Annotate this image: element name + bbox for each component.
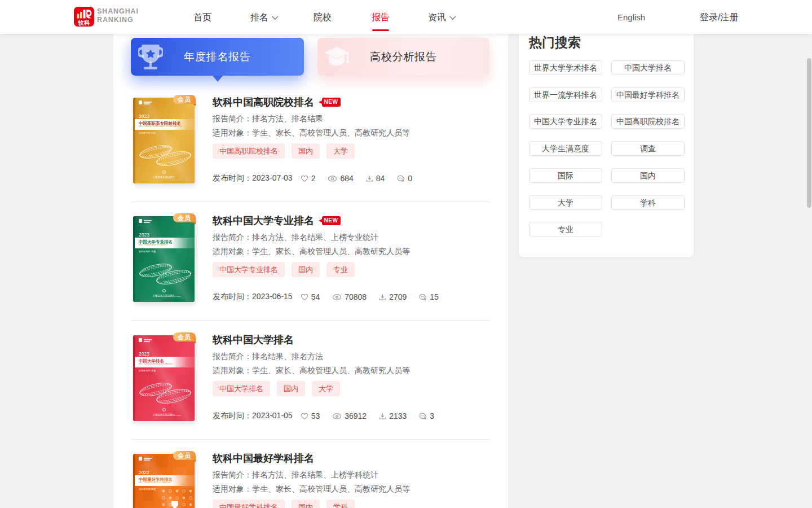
svg-text:软科: 软科 (78, 19, 91, 26)
